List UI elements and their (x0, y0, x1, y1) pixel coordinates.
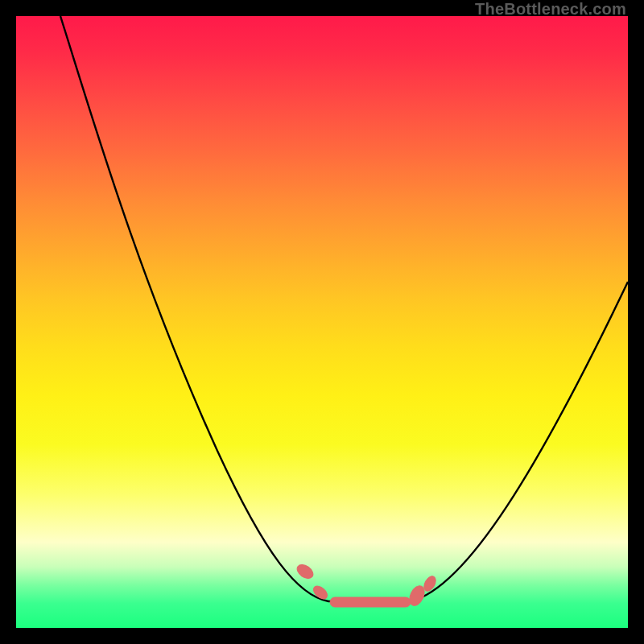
svg-rect-2 (330, 597, 411, 607)
curve-left (60, 16, 328, 601)
plot-area (16, 16, 628, 628)
chart-frame: TheBottleneck.com (0, 0, 644, 644)
bottleneck-curve (16, 16, 628, 628)
curve-right (411, 282, 628, 601)
attribution-text: TheBottleneck.com (475, 0, 626, 19)
svg-point-0 (295, 562, 316, 581)
marker-group (295, 562, 438, 608)
